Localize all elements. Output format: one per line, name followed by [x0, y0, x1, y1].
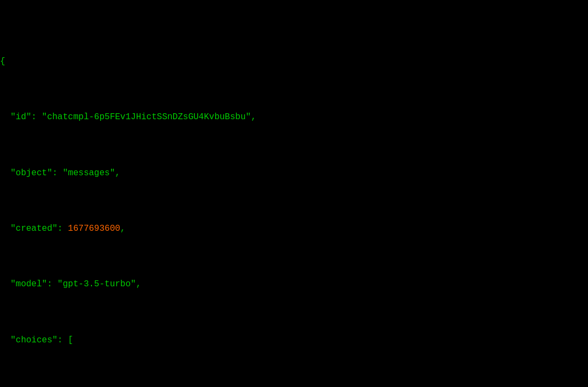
line-4: "created": 1677693600, — [0, 222, 588, 236]
json-output: { "id": "chatcmpl-6p5FEv1JHictSSnDZsGU4K… — [0, 9, 588, 387]
line-1: { — [0, 55, 588, 69]
line-3: "object": "messages", — [0, 167, 588, 181]
line-5: "model": "gpt-3.5-turbo", — [0, 278, 588, 292]
line-6: "choices": [ — [0, 334, 588, 348]
line-2: "id": "chatcmpl-6p5FEv1JHictSSnDZsGU4Kvb… — [0, 110, 588, 125]
